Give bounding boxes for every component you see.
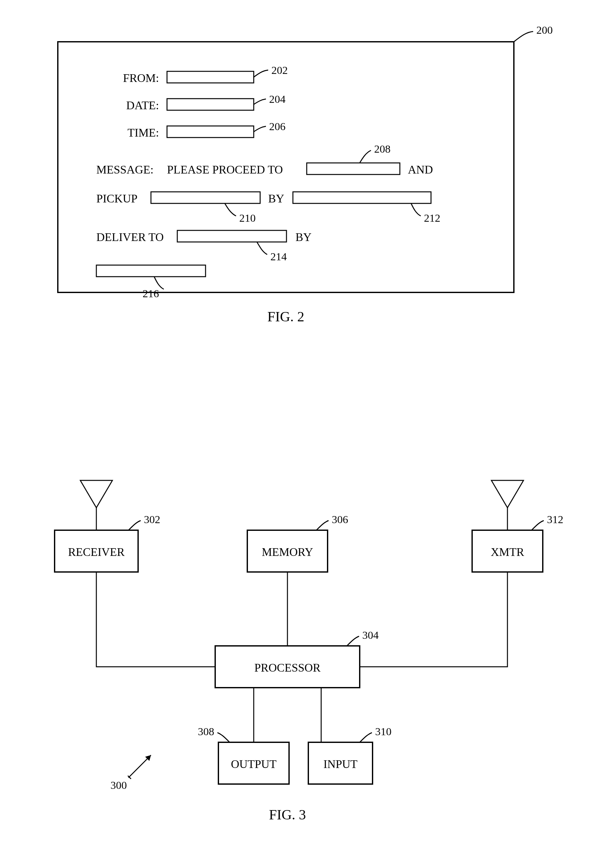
msg-and: AND bbox=[408, 163, 433, 176]
label-input: INPUT bbox=[323, 758, 357, 771]
ref-304: 304 bbox=[362, 629, 379, 641]
leader-312 bbox=[532, 520, 544, 530]
leader-200 bbox=[514, 31, 533, 42]
label-output: OUTPUT bbox=[231, 758, 277, 771]
leader-214 bbox=[257, 242, 267, 255]
field-pickup[interactable] bbox=[151, 192, 260, 203]
ref-310: 310 bbox=[375, 726, 391, 737]
leader-304 bbox=[347, 636, 359, 646]
ref-216: 216 bbox=[142, 288, 159, 299]
field-deliver-to[interactable] bbox=[177, 230, 286, 242]
fig2-caption: FIG. 2 bbox=[268, 309, 305, 325]
ref-300: 300 bbox=[111, 779, 127, 791]
figure-3: RECEIVER 302 MEMORY 306 XMTR 312 PROCESS… bbox=[55, 480, 563, 823]
antenna-xmtr bbox=[492, 480, 524, 530]
ref-300-arrow bbox=[128, 755, 151, 779]
ref-200: 200 bbox=[536, 24, 553, 36]
label-date: DATE: bbox=[126, 99, 159, 112]
figure-2: 200 FROM: 202 DATE: 204 TIME: 206 MESSAG… bbox=[58, 24, 553, 325]
field-pickup-by[interactable] bbox=[293, 192, 431, 203]
field-date[interactable] bbox=[167, 99, 254, 110]
msg-by-2: BY bbox=[295, 231, 311, 243]
leader-212 bbox=[411, 203, 421, 216]
leader-310 bbox=[360, 732, 372, 742]
leader-306 bbox=[316, 520, 329, 530]
msg-by-1: BY bbox=[268, 192, 284, 205]
antenna-receiver bbox=[80, 480, 113, 530]
ref-212: 212 bbox=[424, 212, 440, 224]
ref-302: 302 bbox=[144, 513, 160, 525]
wire-xmtr-processor bbox=[360, 572, 508, 667]
label-message: MESSAGE: bbox=[96, 163, 154, 176]
fig3-caption: FIG. 3 bbox=[269, 807, 306, 823]
ref-306: 306 bbox=[332, 513, 348, 525]
label-processor: PROCESSOR bbox=[255, 661, 321, 674]
label-xmtr: XMTR bbox=[491, 546, 524, 559]
leader-302 bbox=[129, 520, 141, 530]
ref-206: 206 bbox=[269, 120, 286, 132]
label-memory: MEMORY bbox=[262, 546, 313, 559]
field-time[interactable] bbox=[167, 126, 254, 138]
field-from[interactable] bbox=[167, 71, 254, 83]
ref-208: 208 bbox=[374, 143, 391, 155]
leader-308 bbox=[218, 732, 230, 742]
leader-202 bbox=[254, 70, 268, 77]
ref-308: 308 bbox=[198, 726, 214, 737]
field-deliver-by[interactable] bbox=[96, 265, 206, 277]
leader-210 bbox=[225, 203, 236, 216]
label-time: TIME: bbox=[127, 126, 159, 139]
msg-pickup: PICKUP bbox=[96, 192, 138, 205]
ref-204: 204 bbox=[269, 93, 286, 105]
leader-208 bbox=[360, 150, 371, 163]
wire-receiver-processor bbox=[96, 572, 215, 667]
ref-214: 214 bbox=[270, 251, 287, 262]
ref-210: 210 bbox=[239, 212, 256, 224]
ref-202: 202 bbox=[271, 64, 288, 76]
leader-204 bbox=[254, 99, 266, 104]
label-from: FROM: bbox=[123, 72, 159, 85]
ref-312: 312 bbox=[547, 513, 563, 525]
leader-206 bbox=[254, 126, 266, 132]
msg-deliver-to: DELIVER TO bbox=[96, 231, 164, 243]
field-proceed-to[interactable] bbox=[307, 163, 400, 175]
label-receiver: RECEIVER bbox=[68, 546, 124, 559]
msg-please-proceed: PLEASE PROCEED TO bbox=[167, 163, 283, 176]
